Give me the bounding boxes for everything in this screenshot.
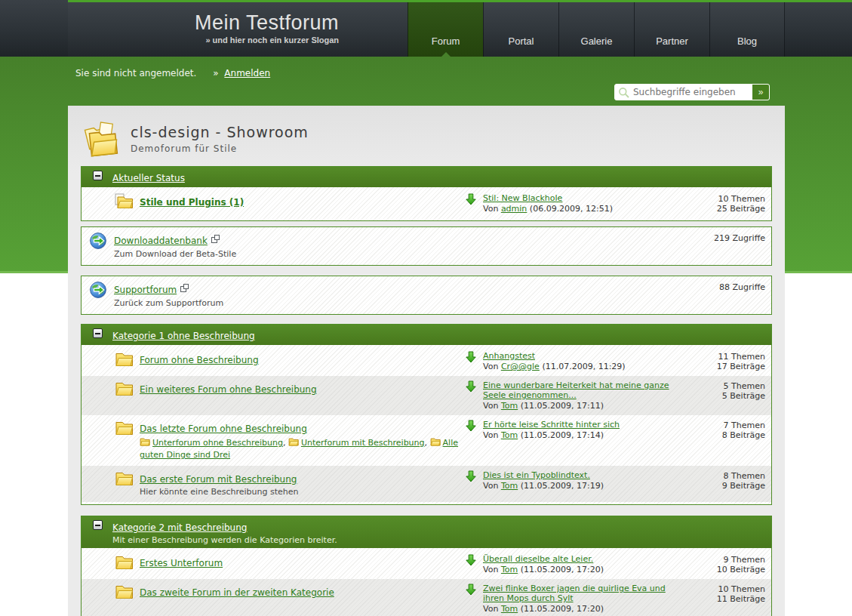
forum-stats: 7 Themen 8 Beiträge [703, 420, 765, 461]
tab-galerie[interactable]: Galerie [558, 0, 634, 57]
external-link-box: Downloaddatenbank Zum Download der Beta-… [81, 226, 772, 266]
folder-icon [115, 584, 134, 599]
post-count: 8 Beiträge [703, 430, 765, 440]
last-post-title-link[interactable]: Eine wunderbare Heiterkeit hat meine gan… [483, 380, 669, 400]
page-column: Mein Testforum » und hier noch ein kurze… [68, 0, 785, 616]
search-box: » [614, 84, 770, 100]
link-description: Zum Download der Beta-Stile [114, 249, 682, 260]
topic-count: 10 Themen [703, 584, 765, 594]
collapse-toggle-icon[interactable] [93, 520, 103, 530]
main-navigation: Forum Portal Galerie Partner Blog [408, 0, 785, 57]
globe-link-icon [89, 281, 107, 299]
last-post-title-link[interactable]: Stil: New Blackhole [483, 193, 562, 203]
forum-link[interactable]: Stile und Plugins (1) [140, 197, 244, 208]
collapse-toggle-icon[interactable] [93, 171, 103, 180]
tab-forum[interactable]: Forum [408, 0, 483, 57]
last-post-arrow-icon[interactable] [466, 351, 476, 363]
last-post-title-link[interactable]: Zwei flinke Boxer jagen die quirlige Eva… [483, 584, 666, 603]
last-post-arrow-icon[interactable] [466, 554, 476, 566]
folders-stack-icon [82, 117, 122, 159]
category-title-link[interactable]: Aktueller Status [112, 173, 185, 183]
board-title-block: cls-design - Showroom Demoforum für Stil… [131, 124, 309, 154]
forum-row: Das zweite Forum in der zweiten Kategori… [82, 579, 771, 616]
search-icon [618, 87, 630, 99]
topic-count: 5 Themen [703, 381, 765, 391]
external-link-box: Supportforum Zurück zum Supportforum 88 … [81, 276, 772, 315]
folder-icon [430, 437, 441, 446]
post-count: 10 Beiträge [703, 565, 765, 574]
forum-link[interactable]: Das letzte Forum ohne Beschreibung [140, 424, 307, 434]
category-header: Kategorie 2 mit Beschreibung Mit einer B… [82, 516, 771, 548]
topic-count: 8 Themen [703, 471, 765, 481]
last-post-title-link[interactable]: Er hörte leise Schritte hinter sich [483, 420, 620, 430]
search-submit-button[interactable]: » [752, 85, 769, 100]
last-post-meta: Von Cr@@gle (11.07.2009, 11:29) [483, 362, 681, 371]
last-post-arrow-icon[interactable] [466, 380, 476, 393]
last-post-author-link[interactable]: admin [501, 204, 527, 214]
last-post-arrow-icon[interactable] [466, 193, 476, 205]
last-post-author-link[interactable]: Tom [501, 565, 518, 574]
board-title: cls-design - Showroom [131, 124, 309, 140]
downloaddatenbank-link[interactable]: Downloaddatenbank [114, 236, 208, 246]
folder-icon [115, 380, 134, 396]
forum-stats: 5 Themen 5 Beiträge [703, 380, 765, 411]
last-post-arrow-icon[interactable] [466, 584, 476, 596]
tab-blog[interactable]: Blog [709, 0, 785, 57]
last-post-author-link[interactable]: Tom [501, 430, 518, 440]
last-post-title-link[interactable]: Anhangstest [483, 351, 535, 361]
post-count: 9 Beiträge [703, 481, 765, 491]
forum-row: Forum ohne Beschreibung Anhangstest Von … [82, 346, 771, 376]
last-post-author-link[interactable]: Tom [501, 401, 518, 411]
subforum-link[interactable]: Unterforum ohne Beschreibung [152, 438, 283, 448]
board-subtitle: Demoforum für Stile [131, 143, 309, 154]
category-title-link[interactable]: Kategorie 2 mit Beschreibung [112, 522, 247, 533]
login-link[interactable]: Anmelden [224, 68, 270, 79]
subforum-link[interactable]: Unterforum mit Beschreibung [301, 438, 425, 448]
folder-icon [115, 420, 134, 436]
last-post-title-link[interactable]: Überall dieselbe alte Leier. [483, 554, 593, 564]
login-status-text: Sie sind nicht angemeldet. [75, 68, 196, 79]
link-hits: 88 Zugriffe [682, 281, 765, 309]
forum-link[interactable]: Forum ohne Beschreibung [140, 355, 259, 365]
tab-partner[interactable]: Partner [634, 0, 709, 57]
forum-row: Ein weiteres Forum ohne Beschreibung Ein… [82, 376, 771, 415]
last-post-title-link[interactable]: Dies ist ein Typoblindtext. [483, 470, 590, 480]
category-header: Aktueller Status [82, 167, 771, 187]
post-count: 17 Beiträge [703, 362, 765, 371]
forum-link[interactable]: Ein weiteres Forum ohne Beschreibung [140, 384, 317, 395]
forum-row: Erstes Unterforum Überall dieselbe alte … [82, 550, 771, 579]
forum-link[interactable]: Das zweite Forum in der zweiten Kategori… [140, 587, 334, 598]
forum-stats: 8 Themen 9 Beiträge [703, 470, 765, 497]
last-post-arrow-icon[interactable] [466, 420, 476, 432]
post-count: 5 Beiträge [703, 391, 765, 401]
last-post-arrow-icon[interactable] [466, 470, 476, 482]
top-accent-line [68, 0, 852, 2]
category-title-link[interactable]: Kategorie 1 ohne Beschreibung [112, 331, 255, 341]
collapse-toggle-icon[interactable] [93, 328, 103, 338]
tab-portal[interactable]: Portal [483, 0, 558, 57]
folder-icon [288, 437, 299, 446]
forum-stats: 9 Themen 10 Beiträge [703, 554, 765, 574]
globe-link-icon [89, 232, 107, 250]
last-post-author-link[interactable]: Cr@@gle [501, 362, 540, 371]
forum-description: Hier könnte eine Beschreibung stehen [140, 487, 299, 497]
last-post-meta: Von Tom (11.05.2009, 17:19) [483, 481, 681, 491]
forum-link[interactable]: Erstes Unterforum [140, 558, 223, 568]
login-arrow: » [213, 68, 218, 79]
link-hits: 219 Zugriffe [682, 232, 765, 260]
search-input[interactable] [615, 85, 752, 100]
forum-stats: 10 Themen 25 Beiträge [703, 193, 765, 214]
last-post-author-link[interactable]: Tom [501, 604, 518, 614]
forum-link[interactable]: Das erste Forum mit Beschreibung [140, 474, 297, 485]
folder-icon [140, 437, 150, 446]
last-post-meta: Von Tom (11.05.2009, 17:20) [483, 604, 681, 614]
last-post-meta: Von Tom (11.05.2009, 17:20) [483, 565, 681, 574]
login-status: Sie sind nicht angemeldet. » Anmelden [75, 68, 270, 79]
supportforum-link[interactable]: Supportforum [114, 285, 177, 295]
forum-row: Stile und Plugins (1) Stil: New Blackhol… [82, 189, 771, 218]
post-count: 11 Beiträge [703, 594, 765, 604]
last-post-author-link[interactable]: Tom [501, 481, 518, 491]
category-box-2: Kategorie 2 mit Beschreibung Mit einer B… [81, 516, 772, 616]
category-description: Mit einer Beschreibung werden die Katego… [112, 535, 337, 545]
site-title: Mein Testforum [195, 11, 339, 35]
